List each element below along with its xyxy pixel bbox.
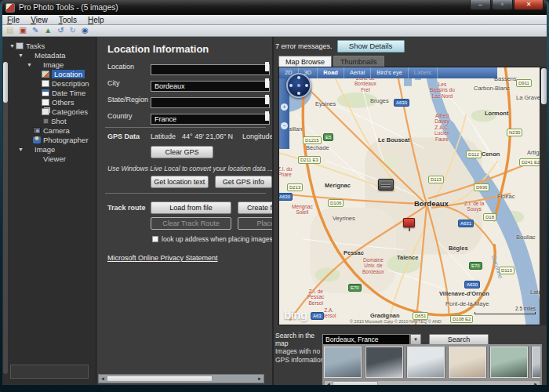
upload-icon[interactable]: ▲ <box>44 27 52 34</box>
close-button[interactable]: ✕ <box>514 0 544 10</box>
compass-control[interactable] <box>286 73 311 98</box>
map-town-label: Bordeaux <box>414 199 449 208</box>
map-view[interactable]: Le Taillan-MédocEysinesBrugesLe BouscatL… <box>278 67 540 325</box>
map-mode-labels[interactable]: Labels <box>409 67 438 78</box>
expand-arrow-icon[interactable]: ▼ <box>26 62 33 67</box>
menu-help[interactable]: Help <box>88 16 104 24</box>
road-badge-d241-e2: D241 E2 <box>519 158 540 166</box>
road-badge-d112: D112 <box>466 151 482 158</box>
task-icon <box>16 42 24 49</box>
gps-pin-marker[interactable] <box>403 218 415 227</box>
menu-file[interactable]: File <box>7 16 20 24</box>
map-poi-label: Alfred Davey Z.A.C. Lucien Faure <box>434 113 449 142</box>
privacy-statement-link[interactable]: Microsoft Online Privacy Statement <box>107 254 272 262</box>
clear-gps-button[interactable]: Clear GPS <box>151 146 213 158</box>
tree-item-metadata[interactable]: ▼Metadata <box>9 50 96 60</box>
search-in-map-label: Search in the map <box>275 332 322 347</box>
menu-view[interactable]: View <box>31 16 48 24</box>
thumbnail-interior-hall[interactable] <box>449 347 486 378</box>
thumbnail-bridge-view[interactable] <box>365 347 403 378</box>
tree-item-label: Photographer <box>43 136 89 144</box>
tree-item-viewer[interactable]: Viewer <box>9 154 96 163</box>
tree-item-categories[interactable]: Categories <box>9 107 96 116</box>
tree-scrollbar[interactable] <box>3 62 8 374</box>
tree-item-label: Camera <box>43 126 70 135</box>
map-town-label: Veyrines <box>333 215 355 222</box>
main-content: ▼Tasks▼Metadata▼ImageLocationDescription… <box>2 37 547 385</box>
edit-pen-icon[interactable]: ✎ <box>32 27 38 34</box>
thumbnail-glass-building[interactable] <box>407 347 445 378</box>
tree-item-tasks[interactable]: ▼Tasks <box>9 41 96 50</box>
zoom-in-button[interactable]: + <box>281 103 288 111</box>
create-from-images-button[interactable]: Create from images <box>238 201 274 214</box>
state-region-input[interactable] <box>151 97 270 108</box>
latitude-value: 44° 49' 21,06" N <box>182 132 233 140</box>
thumbnail-vehicle-interior[interactable] <box>532 347 540 378</box>
road-badge-e5: E5 <box>323 133 333 141</box>
scroll-left-icon[interactable]: ◄ <box>326 381 331 385</box>
road-badge-d106: D106 <box>328 199 344 207</box>
thumbnail-street-scene[interactable] <box>324 347 362 378</box>
tab-thumbnails[interactable]: Thumbnails <box>333 56 384 67</box>
load-from-file-button[interactable]: Load from file <box>151 201 231 214</box>
none-icon <box>33 155 41 162</box>
map-town-label: Floirac <box>497 193 515 200</box>
tab-map-browse[interactable]: Map Browse <box>278 56 332 67</box>
scroll-right-icon[interactable]: ► <box>257 376 262 383</box>
road-badge-d213: D213 <box>287 183 303 191</box>
map-town-label: Bassens <box>494 75 517 82</box>
title-bar[interactable]: Pro Photo Tools - (5 images) – ▫ ✕ <box>2 0 547 15</box>
map-town-label: Cenon <box>482 151 500 158</box>
clear-track-route-button[interactable]: Clear Track Route <box>151 217 231 230</box>
tree-item-label: Date Time <box>52 89 85 97</box>
lookup-address-label: look up address when placing images on t… <box>162 235 274 243</box>
map-mode-bird-s-eye[interactable]: Bird's eye <box>371 67 409 78</box>
map-toolbar: 2D3DRoadAerialBird's eyeLabels <box>279 67 497 78</box>
tree-item-label: Viewer <box>43 154 66 163</box>
new-file-icon[interactable]: ▤ <box>6 27 13 34</box>
tree-item-image[interactable]: ▼Image <box>9 144 96 154</box>
expand-arrow-icon[interactable]: ▼ <box>9 43 16 49</box>
redo-icon[interactable]: ↻ <box>70 27 76 34</box>
get-gps-info-button[interactable]: Get GPS info <box>215 176 273 188</box>
thumbnail-green-room[interactable] <box>490 347 528 378</box>
help-globe-icon[interactable]: ◉ <box>82 27 89 34</box>
maximize-button[interactable]: ▫ <box>492 0 513 10</box>
location-input[interactable] <box>151 64 270 75</box>
minimize-button[interactable]: – <box>470 0 491 10</box>
expand-arrow-icon[interactable]: ▼ <box>17 147 24 152</box>
scroll-right-icon[interactable]: ► <box>533 381 538 385</box>
tree-item-image[interactable]: ▼Image <box>9 60 96 69</box>
scroll-left-icon[interactable]: ◄ <box>100 376 105 383</box>
expand-arrow-icon[interactable]: ▼ <box>17 53 24 58</box>
tree-item-photographer[interactable]: Photographer <box>9 135 96 144</box>
map-labels-layer: Le Taillan-MédocEysinesBrugesLe BouscatL… <box>279 67 540 325</box>
tree-item-shot[interactable]: Shot <box>9 116 96 125</box>
get-location-text-button[interactable]: Get location text <box>151 176 209 188</box>
country-input[interactable] <box>151 114 270 125</box>
tree-item-description[interactable]: Description <box>9 78 96 88</box>
road-badge-d18: D18 <box>483 213 496 221</box>
show-details-button[interactable]: Show Details <box>337 40 405 53</box>
tree-item-others[interactable]: Others <box>9 97 96 107</box>
tree-item-date-time[interactable]: Date Time <box>9 88 96 97</box>
save-icon[interactable]: ▣ <box>19 27 26 34</box>
map-mode-aerial[interactable]: Aerial <box>344 67 371 78</box>
menu-tools[interactable]: Tools <box>59 16 77 24</box>
tree-item-camera[interactable]: Camera <box>9 125 96 135</box>
lookup-address-checkbox[interactable] <box>152 236 158 242</box>
city-input[interactable] <box>151 81 270 92</box>
image-placement-marker[interactable] <box>378 179 394 191</box>
thumbnail-scrollbar[interactable]: ◄ ► <box>324 380 540 385</box>
search-dropdown-button[interactable]: ▼ <box>410 334 421 345</box>
map-panel-scrollbar[interactable] <box>541 67 547 325</box>
zoom-out-button[interactable]: − <box>281 122 288 129</box>
tree-item-location[interactable]: Location <box>9 69 96 78</box>
map-mode-road[interactable]: Road <box>318 67 344 78</box>
search-input[interactable]: Bordeaux, France <box>322 334 410 345</box>
place-images-button[interactable]: Place images <box>238 217 274 230</box>
undo-icon[interactable]: ↺ <box>57 27 64 34</box>
map-town-label: Gradignan <box>370 312 400 319</box>
form-horizontal-scrollbar[interactable]: ◄ ► <box>98 374 264 383</box>
road-badge-d108-e2: D108 E2 <box>450 315 473 323</box>
